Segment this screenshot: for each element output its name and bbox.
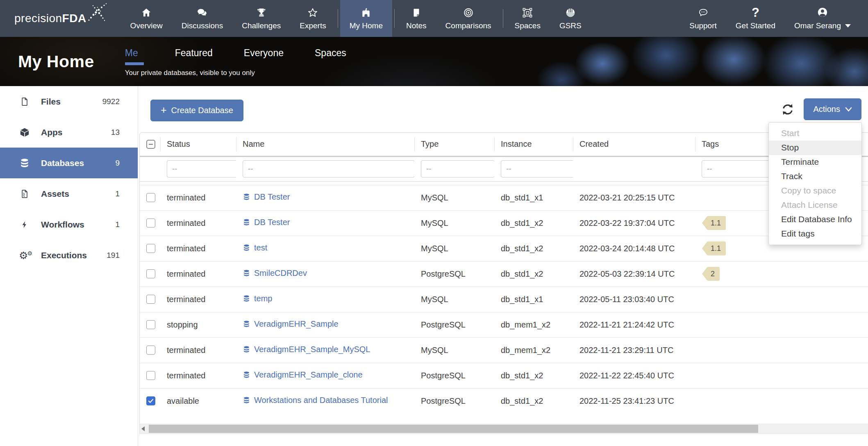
- column-header-created[interactable]: Created: [573, 133, 695, 156]
- column-header-name[interactable]: Name: [236, 133, 414, 156]
- table-row: terminatedtestMySQLdb_std1_x22022-03-24 …: [140, 236, 868, 261]
- nav-item-my-home[interactable]: My Home: [340, 0, 392, 37]
- menu-item-stop[interactable]: Stop: [769, 141, 861, 155]
- row-checkbox[interactable]: [146, 295, 155, 304]
- row-checkbox[interactable]: [146, 371, 155, 380]
- menu-item-start[interactable]: Start: [769, 126, 861, 141]
- column-header-instance[interactable]: Instance: [494, 133, 573, 156]
- instance-cell: db_mem1_x2: [494, 312, 573, 337]
- nav-item-label: Omar Serang: [794, 21, 841, 30]
- sidebar-item-apps[interactable]: Apps 13: [0, 117, 138, 148]
- status-cell: terminated: [160, 337, 236, 363]
- nav-item-user-menu[interactable]: Omar Serang: [785, 0, 861, 37]
- databases-table: Status Name Type Instance Created Tags: [140, 133, 868, 414]
- tab-me[interactable]: Me: [125, 48, 144, 65]
- type-filter-input[interactable]: [421, 160, 494, 177]
- status-filter-input[interactable]: [167, 160, 236, 177]
- database-icon: [243, 295, 250, 303]
- column-header-type[interactable]: Type: [414, 133, 494, 156]
- sidebar-item-label: Apps: [41, 127, 63, 137]
- file-icon: [19, 96, 30, 107]
- nav-item-discussions[interactable]: Discussions: [172, 0, 232, 37]
- row-checkbox[interactable]: [146, 346, 155, 355]
- name-cell: DB Tester: [236, 210, 414, 236]
- database-link[interactable]: VeradigmEHR_Sample: [243, 319, 339, 329]
- created-cell: 2022-03-24 20:14:48 UTC: [573, 236, 695, 261]
- tab-featured[interactable]: Featured: [175, 48, 213, 65]
- database-link[interactable]: VeradigmEHR_Sample_MySQL: [243, 345, 370, 354]
- status-cell: available: [160, 388, 236, 414]
- status-cell: terminated: [160, 185, 236, 210]
- speech-bubble-icon: [698, 7, 709, 18]
- database-link[interactable]: VeradigmEHR_Sample_clone: [243, 370, 363, 380]
- nav-item-get-started[interactable]: ? Get Started: [726, 0, 785, 37]
- row-checkbox[interactable]: [146, 269, 155, 278]
- horizontal-scrollbar-thumb[interactable]: [149, 425, 758, 433]
- tab-spaces[interactable]: Spaces: [315, 48, 346, 65]
- select-all-checkbox[interactable]: [146, 140, 155, 149]
- tags-cell: [695, 287, 868, 312]
- actions-label: Actions: [813, 105, 840, 114]
- nav-item-label: Discussions: [182, 21, 223, 30]
- object-group-icon: [522, 7, 533, 18]
- scroll-left-arrow-icon[interactable]: [141, 426, 145, 431]
- nav-item-spaces[interactable]: Spaces: [505, 0, 550, 37]
- sidebar-item-assets[interactable]: Assets 1: [0, 178, 138, 209]
- database-link[interactable]: test: [243, 243, 267, 253]
- database-link[interactable]: SmileCDRDev: [243, 269, 307, 278]
- column-header-status[interactable]: Status: [160, 133, 236, 156]
- sidebar-item-count: 9922: [102, 97, 120, 106]
- created-cell: 2022-05-03 22:39:14 UTC: [573, 261, 695, 287]
- refresh-icon[interactable]: [781, 102, 795, 116]
- nav-item-gsrs[interactable]: GSRS: [550, 0, 591, 37]
- name-filter-input[interactable]: [243, 160, 414, 177]
- menu-item-attach-license[interactable]: Attach License: [769, 198, 861, 212]
- nav-item-overview[interactable]: Overview: [121, 0, 172, 37]
- menu-item-track[interactable]: Track: [769, 169, 861, 184]
- nav-item-support[interactable]: Support: [680, 0, 726, 37]
- name-cell: SmileCDRDev: [236, 261, 414, 287]
- menu-item-edit-tags[interactable]: Edit tags: [769, 227, 861, 241]
- nav-item-notes[interactable]: Notes: [397, 0, 436, 37]
- database-link[interactable]: DB Tester: [243, 218, 290, 227]
- table-row: terminatedVeradigmEHR_Sample_MySQLMySQLd…: [140, 337, 868, 363]
- tab-label: Everyone: [244, 48, 284, 58]
- tags-cell: [695, 337, 868, 363]
- tab-everyone[interactable]: Everyone: [244, 48, 284, 65]
- tags-filter-input[interactable]: [702, 160, 772, 177]
- sidebar-item-executions[interactable]: ⚙⚙ Executions 191: [0, 240, 138, 271]
- row-checkbox[interactable]: [146, 320, 155, 329]
- actions-button[interactable]: Actions: [804, 98, 861, 120]
- name-cell: VeradigmEHR_Sample_MySQL: [236, 337, 414, 363]
- row-checkbox[interactable]: [146, 218, 155, 228]
- nav-item-challenges[interactable]: Challenges: [232, 0, 290, 37]
- sidebar-item-files[interactable]: Files 9922: [0, 86, 138, 117]
- menu-item-copy-to-space[interactable]: Copy to space: [769, 184, 861, 198]
- nav-item-label: Spaces: [515, 21, 541, 30]
- database-icon: [243, 346, 250, 353]
- create-database-button[interactable]: + Create Database: [150, 100, 243, 121]
- row-checkbox[interactable]: [146, 244, 155, 253]
- database-link[interactable]: temp: [243, 294, 272, 303]
- menu-item-terminate[interactable]: Terminate: [769, 155, 861, 169]
- hero-tabs: Me Featured Everyone Spaces: [125, 48, 346, 65]
- sidebar-item-databases[interactable]: Databases 9: [0, 148, 138, 178]
- active-tab-underline: [125, 62, 144, 65]
- gears-icon: ⚙⚙: [19, 250, 30, 261]
- menu-item-edit-database-info[interactable]: Edit Database Info: [769, 212, 861, 227]
- sidebar-item-workflows[interactable]: Workflows 1: [0, 209, 138, 240]
- horizontal-scrollbar[interactable]: [140, 423, 868, 434]
- nav-item-experts[interactable]: Experts: [290, 0, 335, 37]
- nav-separator: [394, 9, 395, 28]
- caret-down-icon: [845, 23, 851, 28]
- row-checkbox[interactable]: [146, 193, 155, 202]
- database-link[interactable]: DB Tester: [243, 192, 290, 202]
- database-icon: [243, 244, 250, 252]
- database-link[interactable]: Workstations and Databases Tutorial: [243, 396, 388, 405]
- precisionfda-logo[interactable]: precisionFDA: [0, 0, 121, 37]
- nav-item-comparisons[interactable]: Comparisons: [436, 0, 501, 37]
- database-icon: [243, 371, 250, 379]
- row-checkbox[interactable]: [146, 396, 155, 405]
- type-cell: PostgreSQL: [414, 261, 494, 287]
- instance-filter-input[interactable]: [501, 160, 573, 177]
